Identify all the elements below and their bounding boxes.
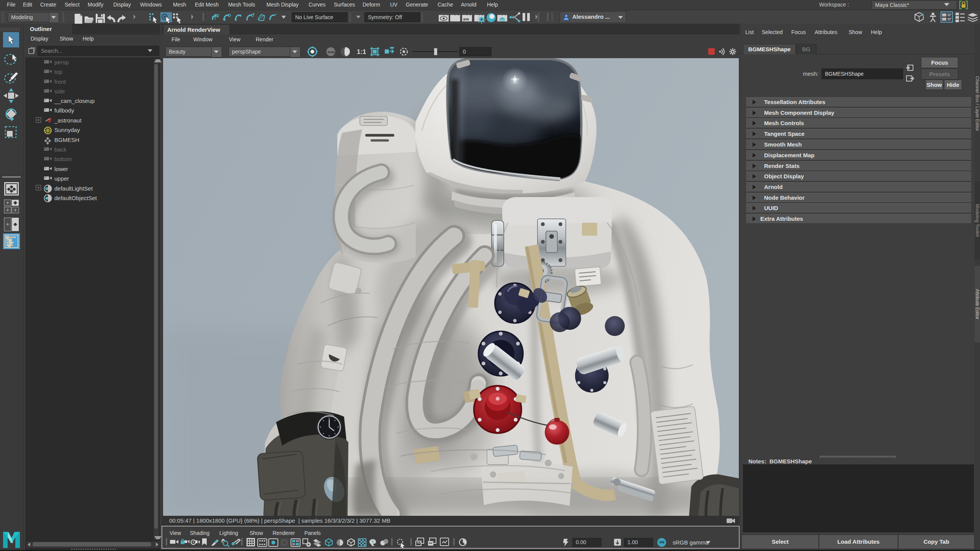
svg-text:1:1: 1:1 <box>357 48 366 55</box>
svg-text:IPR: IPR <box>463 18 469 21</box>
svg-text:RGB: RGB <box>328 51 335 54</box>
